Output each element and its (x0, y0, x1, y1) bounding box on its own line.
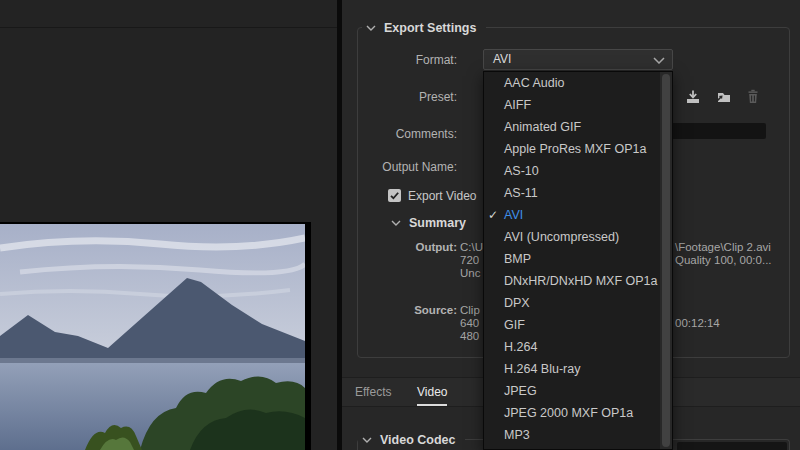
format-dropdown-list: AAC Audio AIFF Animated GIF Apple ProRes… (483, 71, 673, 450)
format-option-jpeg-2000-mxf-op1a[interactable]: JPEG 2000 MXF OP1a (484, 402, 660, 424)
output-line: \Footage\Clip 2.avi (675, 241, 771, 253)
format-option-as-10[interactable]: AS-10 (484, 160, 660, 182)
preset-actions (683, 87, 763, 107)
format-option-as-11[interactable]: AS-11 (484, 182, 660, 204)
format-option-aac-audio[interactable]: AAC Audio (484, 72, 660, 94)
source-line: 640 (460, 317, 479, 329)
format-option-mp3[interactable]: MP3 (484, 424, 660, 446)
export-video-checkbox[interactable] (388, 189, 401, 202)
trash-icon (744, 88, 762, 106)
preview-image (0, 224, 305, 450)
summary-title: Summary (409, 216, 466, 230)
source-summary-label: Source: (342, 304, 457, 316)
chevron-down-icon[interactable] (391, 220, 401, 226)
format-option-dnxhr-dnxhd-mxf-op1a[interactable]: DNxHR/DNxHD MXF OP1a (484, 270, 660, 292)
tab-video[interactable]: Video (417, 385, 447, 399)
premiere-export-window: Export Settings Format: AVI Preset: (0, 0, 800, 450)
video-preview-frame (0, 222, 311, 450)
output-name-label: Output Name: (342, 160, 457, 174)
format-option-jpeg[interactable]: JPEG (484, 380, 660, 402)
output-line: 720 (460, 254, 479, 266)
video-codec-header: Video Codec (358, 431, 465, 448)
output-line: C:\U (460, 241, 483, 253)
chevron-down-icon (653, 57, 665, 64)
preset-label: Preset: (342, 90, 457, 104)
format-option-aiff[interactable]: AIFF (484, 94, 660, 116)
summary-header: Summary (387, 214, 476, 231)
source-line: Clip (460, 304, 480, 316)
format-label: Format: (342, 53, 457, 67)
source-line: 480 (460, 330, 479, 342)
delete-preset-button[interactable] (743, 87, 763, 107)
check-icon: ✓ (488, 204, 502, 226)
export-settings-title: Export Settings (384, 21, 476, 35)
import-preset-button[interactable] (713, 87, 733, 107)
output-line: Unc (460, 267, 480, 279)
export-video-label: Export Video (408, 189, 477, 203)
chevron-down-icon[interactable] (362, 437, 372, 443)
folder-arrow-icon (714, 88, 732, 106)
video-codec-select-partial[interactable] (677, 442, 787, 450)
panel-top-divider (0, 0, 337, 28)
source-preview-panel (0, 0, 337, 450)
check-icon (389, 190, 400, 201)
comments-label: Comments: (342, 127, 457, 141)
export-settings-header: Export Settings (362, 19, 486, 36)
format-option-avi-uncompressed[interactable]: AVI (Uncompressed) (484, 226, 660, 248)
format-option-h264[interactable]: H.264 (484, 336, 660, 358)
format-option-bmp[interactable]: BMP (484, 248, 660, 270)
tab-effects[interactable]: Effects (355, 385, 391, 399)
chevron-down-icon[interactable] (366, 25, 376, 31)
download-tray-icon (684, 88, 702, 106)
video-codec-title: Video Codec (380, 433, 455, 447)
export-settings-panel: Export Settings Format: AVI Preset: (342, 0, 800, 450)
source-line: 00:12:14 (675, 317, 720, 329)
dropdown-scrollbar[interactable] (660, 72, 672, 449)
format-value: AVI (493, 52, 511, 66)
save-preset-button[interactable] (683, 87, 703, 107)
output-line: Quality 100, 00:0... (675, 254, 772, 266)
format-option-dpx[interactable]: DPX (484, 292, 660, 314)
scrollbar-thumb[interactable] (662, 74, 670, 447)
format-option-apple-prores-mxf-op1a[interactable]: Apple ProRes MXF OP1a (484, 138, 660, 160)
format-select[interactable]: AVI (483, 49, 673, 70)
format-option-animated-gif[interactable]: Animated GIF (484, 116, 660, 138)
format-option-gif[interactable]: GIF (484, 314, 660, 336)
format-option-avi-selected[interactable]: ✓AVI (484, 204, 660, 226)
output-summary-label: Output: (342, 241, 457, 253)
format-option-h264-blu-ray[interactable]: H.264 Blu-ray (484, 358, 660, 380)
